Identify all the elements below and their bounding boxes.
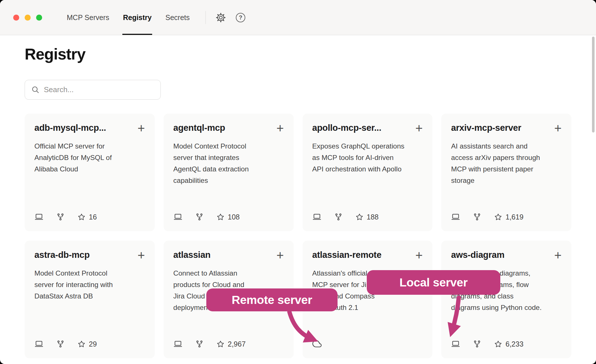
search-icon <box>31 86 40 94</box>
server-name: apollo-mcp-ser... <box>312 123 381 133</box>
server-name: agentql-mcp <box>173 123 225 133</box>
page-title: Registry <box>25 46 571 62</box>
server-meta: 16 <box>34 212 145 221</box>
close-button[interactable] <box>13 15 19 21</box>
star-icon <box>494 213 502 221</box>
star-count: 2,967 <box>228 340 246 348</box>
scrollbar-thumb[interactable] <box>592 37 595 132</box>
server-meta: 6,233 <box>451 339 562 349</box>
fork-icon <box>195 340 204 348</box>
laptop-icon <box>34 212 44 221</box>
server-name: aws-diagram <box>451 250 504 260</box>
main-tabs: MCP Servers Registry Secrets <box>67 0 190 35</box>
fork-icon <box>473 340 481 348</box>
fork-icon <box>56 213 65 221</box>
add-server-button[interactable]: + <box>138 124 145 132</box>
add-server-button[interactable]: + <box>554 124 562 132</box>
search-input[interactable] <box>44 85 154 94</box>
star-count: 108 <box>228 213 240 221</box>
laptop-icon <box>451 339 460 349</box>
laptop-icon <box>173 212 183 221</box>
star-icon <box>216 213 225 221</box>
server-meta: 29 <box>34 339 145 349</box>
server-description: Exposes GraphQL operations as MCP tools … <box>312 141 423 175</box>
settings-button[interactable] <box>215 12 226 23</box>
add-server-button[interactable]: + <box>415 251 423 260</box>
star-count: 6,233 <box>505 340 524 348</box>
star-icon <box>77 340 86 348</box>
search-box <box>25 80 161 100</box>
laptop-icon <box>34 339 44 349</box>
server-meta <box>312 339 423 349</box>
star-icon <box>77 213 86 221</box>
star-count: 16 <box>89 213 97 221</box>
server-name: atlassian-remote <box>312 250 382 260</box>
add-server-button[interactable]: + <box>277 251 284 260</box>
app-window: MCP Servers Registry Secrets <box>0 0 596 364</box>
tab-secrets[interactable]: Secrets <box>165 0 190 35</box>
star-icon <box>494 340 502 348</box>
server-meta: 188 <box>312 212 423 221</box>
server-card[interactable]: astra-db-mcp + Model Context Protocol se… <box>25 241 155 358</box>
server-name: arxiv-mcp-server <box>451 123 521 133</box>
server-meta: 1,619 <box>451 212 562 221</box>
gear-icon <box>215 12 226 23</box>
star-count: 188 <box>367 213 379 221</box>
add-server-button[interactable]: + <box>277 124 284 132</box>
tab-registry[interactable]: Registry <box>123 0 152 35</box>
add-server-button[interactable]: + <box>138 251 145 260</box>
server-card[interactable]: adb-mysql-mcp... + Official MCP server f… <box>25 114 155 231</box>
server-description: Model Context Protocol server for intera… <box>34 268 145 302</box>
local-server-callout: Local server <box>367 270 500 295</box>
server-description: Model Context Protocol server that integ… <box>173 141 284 186</box>
registry-page: Registry adb-mysql-mcp... + Official MCP… <box>0 46 596 358</box>
minimize-button[interactable] <box>25 15 31 21</box>
help-icon: ? <box>236 13 245 22</box>
server-grid: adb-mysql-mcp... + Official MCP server f… <box>25 114 571 358</box>
server-card[interactable]: agentql-mcp + Model Context Protocol ser… <box>164 114 294 231</box>
star-icon <box>216 340 225 348</box>
laptop-icon <box>312 212 321 221</box>
help-button[interactable]: ? <box>236 13 245 22</box>
add-server-button[interactable]: + <box>554 251 562 260</box>
cloud-icon <box>312 339 322 349</box>
fork-icon <box>56 340 65 348</box>
server-name: atlassian <box>173 250 211 260</box>
toolbar-divider <box>205 11 206 24</box>
laptop-icon <box>451 212 460 221</box>
server-description: AI assistants search and access arXiv pa… <box>451 141 562 186</box>
fork-icon <box>334 213 343 221</box>
server-description: Official MCP server for AnalyticDB for M… <box>34 141 145 175</box>
laptop-icon <box>173 339 183 349</box>
title-bar: MCP Servers Registry Secrets <box>0 0 596 35</box>
server-card[interactable]: apollo-mcp-ser... + Exposes GraphQL oper… <box>303 114 433 231</box>
remote-server-callout: Remote server <box>206 288 338 311</box>
server-meta: 108 <box>173 212 284 221</box>
zoom-button[interactable] <box>36 15 42 21</box>
server-name: astra-db-mcp <box>34 250 90 260</box>
add-server-button[interactable]: + <box>415 124 423 132</box>
window-controls <box>13 15 42 21</box>
fork-icon <box>195 213 204 221</box>
fork-icon <box>473 213 481 221</box>
server-meta: 2,967 <box>173 339 284 349</box>
server-card[interactable]: aws-diagram + Generate AWS diagrams, seq… <box>441 241 571 358</box>
star-icon <box>355 213 364 221</box>
tab-mcp-servers[interactable]: MCP Servers <box>67 0 109 35</box>
star-count: 1,619 <box>505 213 524 221</box>
server-card[interactable]: arxiv-mcp-server + AI assistants search … <box>441 114 571 231</box>
server-name: adb-mysql-mcp... <box>34 123 106 133</box>
star-count: 29 <box>89 340 97 348</box>
